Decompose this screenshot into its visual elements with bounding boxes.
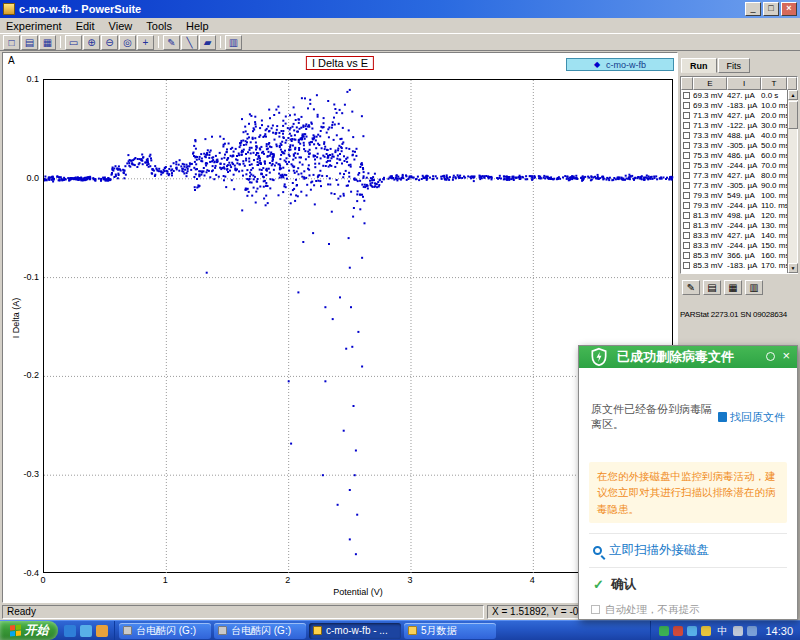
settings-icon[interactable]	[766, 352, 775, 361]
tray-volume-icon[interactable]	[733, 626, 743, 636]
row-checkbox[interactable]	[683, 142, 690, 149]
task-powersuite[interactable]: c-mo-w-fb - ...	[309, 623, 401, 639]
row-checkbox[interactable]	[683, 172, 690, 179]
table-row[interactable]: 71.3 mV 427. µA 20.0 ms	[681, 110, 787, 120]
header-i[interactable]: I	[727, 77, 761, 90]
line-tool-button[interactable]: ╲	[181, 35, 198, 50]
y-tick-label: -0.1	[11, 272, 39, 282]
confirm-button[interactable]: ✓ 确认	[589, 567, 787, 601]
table-row[interactable]: 77.3 mV -305. µA 90.0 ms	[681, 180, 787, 190]
view-grid-button[interactable]: ▦	[724, 280, 742, 295]
row-checkbox[interactable]	[683, 92, 690, 99]
tray-usb-icon[interactable]	[747, 626, 757, 636]
view-list-button[interactable]: ▤	[703, 280, 721, 295]
restore-file-link[interactable]: 找回原文件	[718, 410, 785, 425]
header-e[interactable]: E	[693, 77, 727, 90]
table-row[interactable]: 77.3 mV 427. µA 80.0 ms	[681, 170, 787, 180]
row-checkbox[interactable]	[683, 222, 690, 229]
table-row[interactable]: 81.3 mV 498. µA 120. ms	[681, 210, 787, 220]
menu-experiment[interactable]: Experiment	[6, 20, 62, 32]
zoom-tool-button[interactable]: ◎	[119, 35, 136, 50]
table-row[interactable]: 73.3 mV -305. µA 50.0 ms	[681, 140, 787, 150]
view-columns-button[interactable]: ▥	[745, 280, 763, 295]
scrollbar-thumb[interactable]	[788, 101, 798, 129]
marker-tool-button[interactable]: ▰	[199, 35, 216, 50]
row-checkbox[interactable]	[683, 212, 690, 219]
data-table-button[interactable]: ▦	[39, 35, 56, 50]
table-row[interactable]: 79.3 mV 549. µA 100. ms	[681, 190, 787, 200]
quicklaunch-browser-icon[interactable]	[64, 625, 76, 637]
application-window: c-mo-w-fb - PowerSuite _ □ × Experiment …	[0, 0, 800, 640]
table-row[interactable]: 83.3 mV -244. µA 150. ms	[681, 240, 787, 250]
tray-network-icon[interactable]	[687, 626, 697, 636]
start-button[interactable]: 开始	[0, 621, 58, 640]
crosshair-tool-button[interactable]: +	[137, 35, 154, 50]
scroll-up-icon[interactable]: ▲	[788, 90, 798, 100]
scan-disk-button[interactable]: 立即扫描外接磁盘	[589, 533, 787, 567]
row-checkbox[interactable]	[683, 132, 690, 139]
table-row[interactable]: 69.3 mV 427. µA 0.0 s	[681, 90, 787, 100]
tab-fits[interactable]: Fits	[718, 58, 751, 73]
tab-run[interactable]: Run	[681, 58, 717, 73]
row-checkbox[interactable]	[683, 182, 690, 189]
maximize-button[interactable]: □	[763, 2, 779, 16]
tray-shield-icon[interactable]	[659, 626, 669, 636]
row-checkbox[interactable]	[683, 102, 690, 109]
toolbar-separator	[60, 36, 61, 48]
new-document-button[interactable]: □	[3, 35, 20, 50]
export-button[interactable]: ▥	[225, 35, 242, 50]
scroll-down-icon[interactable]: ▼	[788, 263, 798, 273]
row-checkbox[interactable]	[683, 162, 690, 169]
quicklaunch-desktop-icon[interactable]	[80, 625, 92, 637]
row-checkbox[interactable]	[683, 192, 690, 199]
language-indicator[interactable]: 中	[715, 624, 729, 638]
table-scrollbar[interactable]: ▲ ▼	[787, 90, 797, 273]
tray-alert-icon[interactable]	[673, 626, 683, 636]
zoom-out-button[interactable]: ⊖	[101, 35, 118, 50]
report-view-button[interactable]: ▤	[21, 35, 38, 50]
row-checkbox[interactable]	[683, 122, 690, 129]
task-usb-drive-1[interactable]: 台电酷闪 (G:)	[119, 623, 211, 639]
y-tick-label: 0.0	[11, 173, 39, 183]
menu-edit[interactable]: Edit	[76, 20, 95, 32]
window-titlebar[interactable]: c-mo-w-fb - PowerSuite _ □ ×	[0, 0, 800, 18]
table-row[interactable]: 79.3 mV -244. µA 110. ms	[681, 200, 787, 210]
row-checkbox[interactable]	[683, 262, 690, 269]
table-row[interactable]: 73.3 mV 488. µA 40.0 ms	[681, 130, 787, 140]
table-row[interactable]: 85.3 mV -183. µA 170. ms	[681, 260, 787, 270]
row-checkbox[interactable]	[683, 232, 690, 239]
row-checkbox[interactable]	[683, 112, 690, 119]
menu-view[interactable]: View	[109, 20, 133, 32]
task-data-folder[interactable]: 5月数据	[404, 623, 496, 639]
table-row[interactable]: 71.3 mV -122. µA 30.0 ms	[681, 120, 787, 130]
minimize-button[interactable]: _	[745, 2, 761, 16]
table-row[interactable]: 75.3 mV 486. µA 60.0 ms	[681, 150, 787, 160]
header-t[interactable]: T	[761, 77, 787, 90]
row-checkbox[interactable]	[683, 202, 690, 209]
dialog-close-icon[interactable]: ×	[782, 351, 790, 361]
row-checkbox[interactable]	[683, 242, 690, 249]
close-button[interactable]: ×	[781, 2, 797, 16]
select-region-button[interactable]: ▭	[65, 35, 82, 50]
series-marker-icon: ◆	[594, 61, 600, 69]
chart-title: I Delta vs E	[306, 56, 374, 70]
task-usb-drive-2[interactable]: 台电酷闪 (G:)	[214, 623, 306, 639]
table-row[interactable]: 75.3 mV -244. µA 70.0 ms	[681, 160, 787, 170]
row-checkbox[interactable]	[683, 152, 690, 159]
row-checkbox[interactable]	[683, 252, 690, 259]
menu-help[interactable]: Help	[186, 20, 209, 32]
x-tick-label: 3	[398, 575, 422, 585]
table-row[interactable]: 83.3 mV 427. µA 140. ms	[681, 230, 787, 240]
table-row[interactable]: 81.3 mV -244. µA 130. ms	[681, 220, 787, 230]
auto-handle-checkbox[interactable]	[591, 605, 600, 614]
quicklaunch-media-icon[interactable]	[96, 625, 108, 637]
table-row[interactable]: 85.3 mV 366. µA 160. ms	[681, 250, 787, 260]
zoom-in-button[interactable]: ⊕	[83, 35, 100, 50]
table-row[interactable]: 69.3 mV -183. µA 10.0 ms	[681, 100, 787, 110]
pencil-tool-button[interactable]: ✎	[163, 35, 180, 50]
legend-chip[interactable]: ◆ c-mo-w-fb	[566, 58, 674, 71]
tray-update-icon[interactable]	[701, 626, 711, 636]
shield-bolt-icon	[589, 346, 609, 368]
menu-tools[interactable]: Tools	[146, 20, 172, 32]
annotate-pencil-button[interactable]: ✎	[682, 280, 700, 295]
